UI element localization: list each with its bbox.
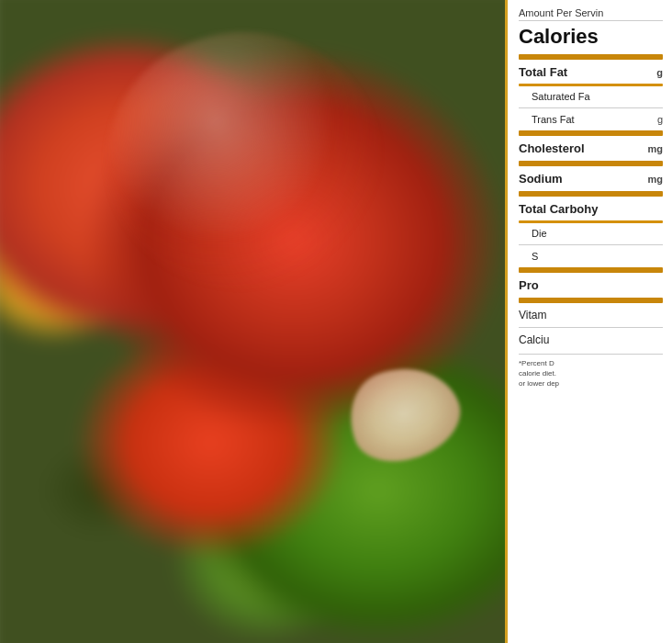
thick-divider-top	[519, 54, 663, 60]
footnote-line-3: or lower dep	[519, 378, 663, 389]
cholesterol-label: Cholesterol	[519, 141, 644, 155]
sugars-row: S	[519, 249, 663, 264]
orange-divider-2	[519, 220, 663, 223]
trans-fat-label: Trans Fat	[532, 114, 654, 125]
total-fat-label: Total Fat	[519, 65, 653, 79]
sugars-label: S	[532, 251, 659, 262]
amount-per-serving-label: Amount Per Servin	[519, 7, 663, 21]
thick-divider-5	[519, 267, 663, 273]
sodium-label: Sodium	[519, 172, 644, 186]
footnote-section: *Percent D calorie diet. or lower dep	[519, 354, 663, 389]
thin-divider-3	[519, 327, 663, 328]
calories-label: Calories	[519, 25, 663, 49]
dietary-fiber-row: Die	[519, 226, 663, 241]
total-fat-row: Total Fat g	[519, 63, 663, 81]
vitamin-row: Vitam	[519, 307, 663, 323]
footnote-line-1: *Percent D	[519, 358, 663, 368]
thick-divider-3	[519, 161, 663, 166]
cholesterol-row: Cholesterol mg	[519, 140, 663, 157]
calcium-row: Calciu	[519, 332, 663, 348]
orange-divider-1	[519, 84, 663, 86]
trans-fat-value: g	[657, 114, 663, 125]
page-container: Amount Per Servin Calories Total Fat g S…	[0, 0, 672, 643]
thin-divider-2	[519, 244, 663, 245]
total-fat-value: g	[656, 67, 663, 78]
total-carb-label: Total Carbohy	[519, 202, 659, 216]
vitamin-label: Vitam	[519, 309, 659, 322]
dietary-fiber-label: Die	[532, 228, 659, 239]
protein-label: Pro	[519, 278, 659, 292]
vegetable-photo	[0, 0, 532, 643]
calcium-label: Calciu	[519, 333, 659, 346]
thick-divider-4	[519, 191, 663, 197]
sodium-value: mg	[648, 174, 664, 185]
tomato-highlight	[106, 32, 382, 289]
thin-divider-1	[519, 107, 663, 108]
thick-divider-6	[519, 298, 663, 303]
thick-divider-2	[519, 130, 663, 136]
nutrition-panel: Amount Per Servin Calories Total Fat g S…	[505, 0, 672, 643]
saturated-fat-row: Saturated Fa	[519, 89, 663, 104]
total-carb-row: Total Carbohy	[519, 200, 663, 218]
calories-section: Calories	[519, 25, 663, 49]
footnote-line-2: calorie diet.	[519, 368, 663, 378]
cholesterol-value: mg	[648, 143, 664, 154]
protein-row: Pro	[519, 276, 663, 294]
trans-fat-row: Trans Fat g	[519, 112, 663, 127]
saturated-fat-label: Saturated Fa	[532, 91, 659, 102]
sodium-row: Sodium mg	[519, 170, 663, 187]
